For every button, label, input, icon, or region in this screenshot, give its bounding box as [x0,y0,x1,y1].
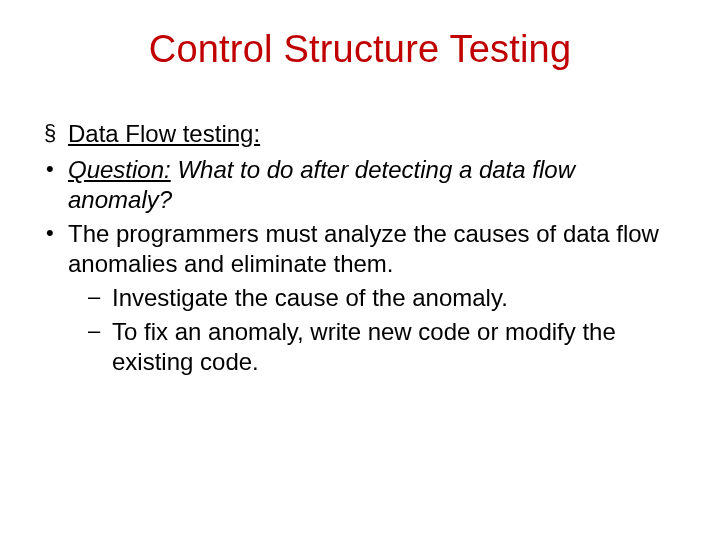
slide-title: Control Structure Testing [0,28,720,71]
question-label: Question: [68,156,171,183]
bullet-level3: Investigate the cause of the anomaly. [80,283,680,313]
slide: Control Structure Testing Data Flow test… [0,28,720,540]
bullet-level2: Question: What to do after detecting a d… [40,155,680,215]
bullet-text: Data Flow testing: [68,120,260,147]
slide-body: Data Flow testing: Question: What to do … [0,119,720,377]
bullet-text: The programmers must analyze the causes … [68,220,659,277]
bullet-text: To fix an anomaly, write new code or mod… [112,318,616,375]
bullet-text: Investigate the cause of the anomaly. [112,284,508,311]
bullet-level1: Data Flow testing: [40,119,680,149]
bullet-level2: The programmers must analyze the causes … [40,219,680,279]
bullet-level3: To fix an anomaly, write new code or mod… [80,317,680,377]
